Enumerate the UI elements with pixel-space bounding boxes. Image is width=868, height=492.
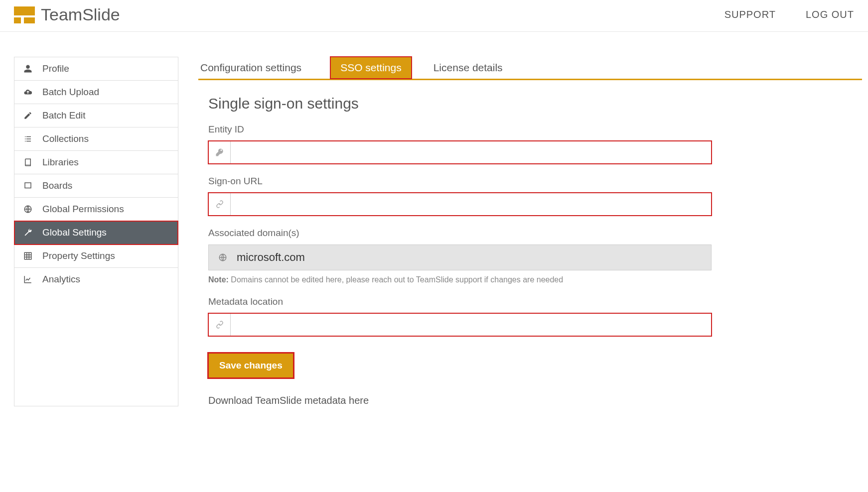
key-icon: [209, 141, 231, 163]
sidebar-item-global-permissions[interactable]: Global Permissions: [14, 198, 178, 221]
sidebar-item-analytics[interactable]: Analytics: [14, 268, 178, 291]
sidebar-item-label: Libraries: [42, 157, 79, 168]
sidebar-item-boards[interactable]: Boards: [14, 174, 178, 198]
logo-icon: [14, 6, 35, 23]
domains-group: microsoft.com: [208, 245, 712, 270]
cloud-upload-icon: [22, 88, 33, 97]
list-icon: [22, 134, 33, 143]
save-button[interactable]: Save changes: [208, 353, 293, 378]
metadata-input[interactable]: [231, 314, 711, 336]
metadata-label: Metadata location: [208, 296, 712, 307]
link-icon: [209, 314, 231, 336]
support-link[interactable]: SUPPORT: [724, 9, 776, 20]
logout-link[interactable]: LOG OUT: [806, 9, 854, 20]
entity-id-input[interactable]: [231, 141, 711, 163]
signon-url-group: [208, 193, 712, 216]
grid-icon: [22, 251, 33, 260]
sidebar-item-label: Batch Upload: [42, 87, 99, 98]
sidebar-item-batch-upload[interactable]: Batch Upload: [14, 81, 178, 104]
domains-label: Associated domain(s): [208, 228, 712, 239]
page-title: Single sign-on settings: [208, 95, 712, 112]
sidebar-item-label: Boards: [42, 180, 72, 191]
header: TeamSlide SUPPORT LOG OUT: [0, 0, 868, 32]
tabs: Configuration settings SSO settings Lice…: [198, 57, 862, 80]
tab-configuration-settings[interactable]: Configuration settings: [198, 57, 310, 79]
sidebar-item-collections[interactable]: Collections: [14, 127, 178, 151]
globe-icon: [209, 245, 237, 270]
sidebar-item-libraries[interactable]: Libraries: [14, 151, 178, 174]
logo-area: TeamSlide: [14, 5, 120, 24]
wrench-icon: [22, 228, 33, 237]
sidebar-item-global-settings[interactable]: Global Settings: [14, 221, 178, 245]
tab-sso-settings[interactable]: SSO settings: [330, 57, 412, 79]
board-icon: [22, 181, 33, 190]
sidebar-item-property-settings[interactable]: Property Settings: [14, 245, 178, 268]
domains-note: Note: Domains cannot be edited here, ple…: [208, 275, 712, 284]
sidebar-item-label: Global Settings: [42, 227, 107, 238]
sidebar-item-label: Property Settings: [42, 250, 115, 261]
sidebar-item-label: Global Permissions: [42, 204, 124, 215]
sidebar-item-label: Batch Edit: [42, 110, 86, 121]
globe-icon: [22, 205, 33, 214]
sidebar-item-label: Profile: [42, 63, 69, 74]
user-icon: [22, 64, 33, 73]
link-icon: [209, 193, 231, 215]
domains-value: microsoft.com: [237, 245, 711, 270]
pencil-icon: [22, 111, 33, 120]
sidebar-item-label: Analytics: [42, 274, 80, 285]
entity-id-group: [208, 141, 712, 164]
entity-id-label: Entity ID: [208, 124, 712, 135]
book-icon: [22, 158, 33, 167]
header-links: SUPPORT LOG OUT: [724, 9, 854, 20]
tab-license-details[interactable]: License details: [432, 57, 512, 79]
note-prefix: Note:: [208, 275, 229, 284]
download-metadata-link[interactable]: Download TeamSlide metadata here: [208, 395, 712, 406]
signon-url-label: Sign-on URL: [208, 176, 712, 187]
sidebar: Profile Batch Upload Batch Edit Collecti…: [14, 57, 178, 406]
chart-icon: [22, 275, 33, 284]
metadata-group: [208, 313, 712, 336]
sidebar-item-label: Collections: [42, 133, 89, 144]
brand-name: TeamSlide: [41, 5, 120, 24]
main-content: Configuration settings SSO settings Lice…: [198, 57, 868, 406]
note-text: Domains cannot be edited here, please re…: [229, 275, 563, 284]
signon-url-input[interactable]: [231, 193, 711, 215]
sidebar-item-profile[interactable]: Profile: [14, 57, 178, 81]
sso-form: Single sign-on settings Entity ID Sign-o…: [198, 80, 712, 406]
sidebar-item-batch-edit[interactable]: Batch Edit: [14, 104, 178, 127]
